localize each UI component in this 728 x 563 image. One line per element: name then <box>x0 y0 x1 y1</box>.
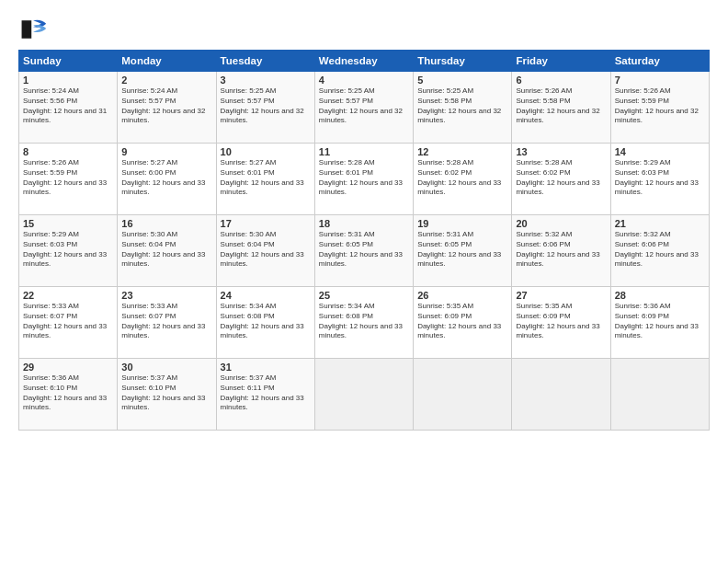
day-info: Sunrise: 5:34 AMSunset: 6:08 PMDaylight:… <box>319 302 409 341</box>
calendar-cell: 19Sunrise: 5:31 AMSunset: 6:05 PMDayligh… <box>414 215 512 287</box>
calendar-cell: 8Sunrise: 5:26 AMSunset: 5:59 PMDaylight… <box>19 144 118 215</box>
day-info: Sunrise: 5:25 AMSunset: 5:57 PMDaylight:… <box>319 86 409 126</box>
day-number: 8 <box>23 146 113 157</box>
calendar-cell: 5Sunrise: 5:25 AMSunset: 5:58 PMDaylight… <box>414 72 512 144</box>
calendar-cell: 3Sunrise: 5:25 AMSunset: 5:57 PMDaylight… <box>216 72 314 144</box>
day-info: Sunrise: 5:32 AMSunset: 6:06 PMDaylight:… <box>615 230 705 270</box>
day-number: 27 <box>516 290 606 301</box>
calendar-cell <box>414 359 512 431</box>
day-number: 23 <box>121 290 211 301</box>
calendar-cell: 16Sunrise: 5:30 AMSunset: 6:04 PMDayligh… <box>118 215 216 287</box>
generalblue-logo-icon <box>18 17 48 42</box>
day-number: 19 <box>417 218 507 229</box>
calendar-cell: 9Sunrise: 5:27 AMSunset: 6:00 PMDaylight… <box>118 144 216 215</box>
day-info: Sunrise: 5:24 AMSunset: 5:57 PMDaylight:… <box>121 86 211 126</box>
day-info: Sunrise: 5:31 AMSunset: 6:05 PMDaylight:… <box>319 230 409 270</box>
day-info: Sunrise: 5:34 AMSunset: 6:08 PMDaylight:… <box>221 302 311 341</box>
day-info: Sunrise: 5:27 AMSunset: 6:00 PMDaylight:… <box>121 158 211 198</box>
week-row-1: 1Sunrise: 5:24 AMSunset: 5:56 PMDaylight… <box>19 72 710 144</box>
calendar-cell: 29Sunrise: 5:36 AMSunset: 6:10 PMDayligh… <box>19 359 118 431</box>
day-info: Sunrise: 5:29 AMSunset: 6:03 PMDaylight:… <box>23 230 113 270</box>
day-info: Sunrise: 5:36 AMSunset: 6:10 PMDaylight:… <box>23 373 113 413</box>
day-number: 4 <box>319 75 409 86</box>
day-number: 28 <box>615 290 705 301</box>
day-info: Sunrise: 5:37 AMSunset: 6:11 PMDaylight:… <box>221 373 311 413</box>
calendar-cell: 23Sunrise: 5:33 AMSunset: 6:07 PMDayligh… <box>118 287 216 359</box>
header-day-wednesday: Wednesday <box>314 51 413 72</box>
calendar-cell: 26Sunrise: 5:35 AMSunset: 6:09 PMDayligh… <box>414 287 512 359</box>
day-info: Sunrise: 5:31 AMSunset: 6:05 PMDaylight:… <box>417 230 507 270</box>
page: SundayMondayTuesdayWednesdayThursdayFrid… <box>0 0 728 563</box>
calendar-cell: 30Sunrise: 5:37 AMSunset: 6:10 PMDayligh… <box>118 359 216 431</box>
header-day-tuesday: Tuesday <box>216 51 314 72</box>
day-number: 3 <box>221 75 311 86</box>
day-info: Sunrise: 5:26 AMSunset: 5:59 PMDaylight:… <box>615 86 705 126</box>
day-info: Sunrise: 5:32 AMSunset: 6:06 PMDaylight:… <box>516 230 606 270</box>
calendar-cell: 4Sunrise: 5:25 AMSunset: 5:57 PMDaylight… <box>314 72 413 144</box>
calendar-cell: 2Sunrise: 5:24 AMSunset: 5:57 PMDaylight… <box>118 72 216 144</box>
day-number: 1 <box>23 75 113 86</box>
day-number: 21 <box>615 218 705 229</box>
day-info: Sunrise: 5:33 AMSunset: 6:07 PMDaylight:… <box>23 302 113 341</box>
calendar-cell: 24Sunrise: 5:34 AMSunset: 6:08 PMDayligh… <box>216 287 314 359</box>
calendar-cell: 13Sunrise: 5:28 AMSunset: 6:02 PMDayligh… <box>512 144 610 215</box>
day-number: 20 <box>516 218 606 229</box>
logo <box>18 17 51 42</box>
day-number: 6 <box>516 75 606 86</box>
header-day-saturday: Saturday <box>610 51 709 72</box>
week-row-5: 29Sunrise: 5:36 AMSunset: 6:10 PMDayligh… <box>19 359 710 431</box>
day-number: 30 <box>121 362 211 373</box>
calendar-cell: 11Sunrise: 5:28 AMSunset: 6:01 PMDayligh… <box>314 144 413 215</box>
calendar-cell: 22Sunrise: 5:33 AMSunset: 6:07 PMDayligh… <box>19 287 118 359</box>
calendar-cell: 31Sunrise: 5:37 AMSunset: 6:11 PMDayligh… <box>216 359 314 431</box>
calendar-cell: 10Sunrise: 5:27 AMSunset: 6:01 PMDayligh… <box>216 144 314 215</box>
day-number: 9 <box>121 146 211 157</box>
calendar-cell: 18Sunrise: 5:31 AMSunset: 6:05 PMDayligh… <box>314 215 413 287</box>
day-number: 26 <box>417 290 507 301</box>
calendar-cell: 27Sunrise: 5:35 AMSunset: 6:09 PMDayligh… <box>512 287 610 359</box>
day-info: Sunrise: 5:30 AMSunset: 6:04 PMDaylight:… <box>221 230 311 270</box>
day-number: 25 <box>319 290 409 301</box>
calendar-cell: 12Sunrise: 5:28 AMSunset: 6:02 PMDayligh… <box>414 144 512 215</box>
calendar-cell <box>314 359 413 431</box>
day-info: Sunrise: 5:26 AMSunset: 5:59 PMDaylight:… <box>23 158 113 198</box>
calendar-cell: 15Sunrise: 5:29 AMSunset: 6:03 PMDayligh… <box>19 215 118 287</box>
day-info: Sunrise: 5:35 AMSunset: 6:09 PMDaylight:… <box>516 302 606 341</box>
day-number: 31 <box>221 362 311 373</box>
day-number: 2 <box>121 75 211 86</box>
header <box>18 17 710 42</box>
calendar-cell: 28Sunrise: 5:36 AMSunset: 6:09 PMDayligh… <box>610 287 709 359</box>
day-number: 18 <box>319 218 409 229</box>
day-info: Sunrise: 5:30 AMSunset: 6:04 PMDaylight:… <box>121 230 211 270</box>
week-row-4: 22Sunrise: 5:33 AMSunset: 6:07 PMDayligh… <box>19 287 710 359</box>
day-number: 10 <box>221 146 311 157</box>
header-day-sunday: Sunday <box>19 51 118 72</box>
calendar-cell <box>512 359 610 431</box>
week-row-3: 15Sunrise: 5:29 AMSunset: 6:03 PMDayligh… <box>19 215 710 287</box>
day-number: 12 <box>417 146 507 157</box>
header-day-friday: Friday <box>512 51 610 72</box>
day-info: Sunrise: 5:33 AMSunset: 6:07 PMDaylight:… <box>121 302 211 341</box>
calendar-cell: 20Sunrise: 5:32 AMSunset: 6:06 PMDayligh… <box>512 215 610 287</box>
day-info: Sunrise: 5:35 AMSunset: 6:09 PMDaylight:… <box>417 302 507 341</box>
day-number: 29 <box>23 362 113 373</box>
day-number: 7 <box>615 75 705 86</box>
day-info: Sunrise: 5:24 AMSunset: 5:56 PMDaylight:… <box>23 86 113 126</box>
day-info: Sunrise: 5:27 AMSunset: 6:01 PMDaylight:… <box>221 158 311 198</box>
header-day-thursday: Thursday <box>414 51 512 72</box>
day-info: Sunrise: 5:29 AMSunset: 6:03 PMDaylight:… <box>615 158 705 198</box>
header-day-monday: Monday <box>118 51 216 72</box>
calendar-cell: 7Sunrise: 5:26 AMSunset: 5:59 PMDaylight… <box>610 72 709 144</box>
day-number: 17 <box>221 218 311 229</box>
day-number: 15 <box>23 218 113 229</box>
week-row-2: 8Sunrise: 5:26 AMSunset: 5:59 PMDaylight… <box>19 144 710 215</box>
day-number: 22 <box>23 290 113 301</box>
day-number: 16 <box>121 218 211 229</box>
calendar-cell: 1Sunrise: 5:24 AMSunset: 5:56 PMDaylight… <box>19 72 118 144</box>
day-info: Sunrise: 5:26 AMSunset: 5:58 PMDaylight:… <box>516 86 606 126</box>
calendar-cell: 6Sunrise: 5:26 AMSunset: 5:58 PMDaylight… <box>512 72 610 144</box>
header-row: SundayMondayTuesdayWednesdayThursdayFrid… <box>19 51 710 72</box>
day-number: 11 <box>319 146 409 157</box>
calendar-cell: 25Sunrise: 5:34 AMSunset: 6:08 PMDayligh… <box>314 287 413 359</box>
day-number: 13 <box>516 146 606 157</box>
